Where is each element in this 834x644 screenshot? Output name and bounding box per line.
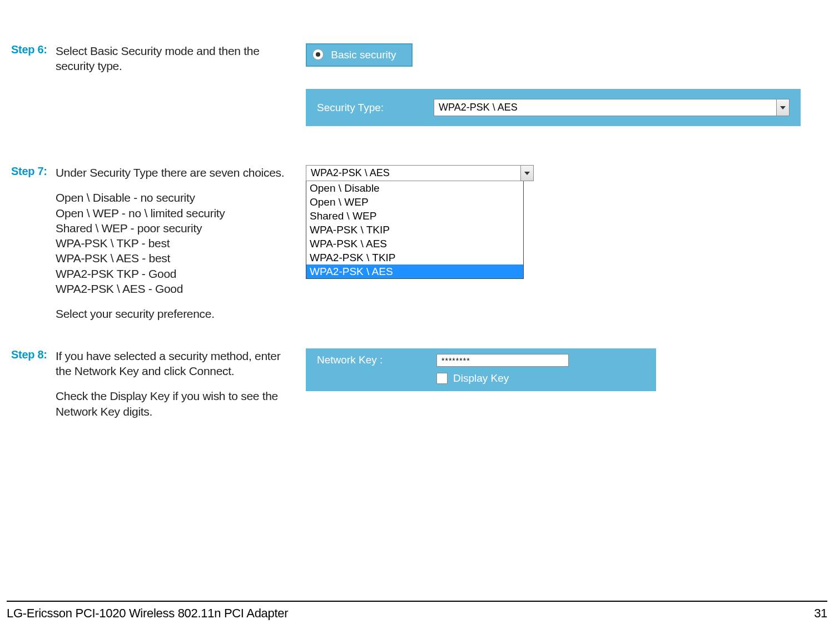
radio-selected-icon — [312, 49, 324, 60]
network-key-input[interactable]: ******** — [436, 354, 569, 367]
step-7-choice-3: Shared \ WEP - poor security — [56, 221, 295, 236]
step-7-choice-4: WPA-PSK \ TKP - best — [56, 236, 295, 251]
step-8-description-2: Check the Display Key if you wish to see… — [56, 388, 295, 419]
step-6-text: Select Basic Security mode and then the … — [56, 43, 295, 84]
page-footer: LG-Ericsson PCI-1020 Wireless 802.11n PC… — [7, 601, 827, 621]
display-key-checkbox[interactable] — [436, 373, 448, 384]
step-7-choice-5: WPA-PSK \ AES - best — [56, 251, 295, 266]
security-type-label: Security Type: — [317, 102, 434, 114]
step-7-choice-1: Open \ Disable - no security — [56, 190, 295, 205]
footer-page-number: 31 — [814, 606, 827, 621]
security-type-bar: Security Type: WPA2-PSK \ AES — [306, 89, 801, 126]
security-type-dropdown-value: WPA2-PSK \ AES — [434, 99, 776, 116]
step-7-text: Under Security Type there are seven choi… — [56, 165, 295, 332]
basic-security-label: Basic security — [331, 49, 396, 61]
chevron-down-icon — [776, 99, 789, 116]
security-type-option-list: Open \ Disable Open \ WEP Shared \ WEP W… — [306, 181, 524, 279]
security-type-open-dropdown[interactable]: WPA2-PSK \ AES — [306, 165, 534, 181]
step-8-text: If you have selected a security method, … — [56, 348, 295, 429]
step-7-outro: Select your security preference. — [56, 306, 295, 321]
display-key-label: Display Key — [453, 372, 509, 385]
step-8-label: Step 8: — [11, 348, 56, 361]
option-wpa-psk-tkip[interactable]: WPA-PSK \ TKIP — [306, 223, 523, 237]
step-7-illustration: WPA2-PSK \ AES Open \ Disable Open \ WEP… — [295, 165, 823, 279]
chevron-down-icon — [520, 166, 533, 181]
step-7-row: Step 7: Under Security Type there are se… — [11, 126, 823, 332]
step-8-row: Step 8: If you have selected a security … — [11, 332, 823, 429]
step-6-row: Step 6: Select Basic Security mode and t… — [11, 0, 823, 126]
security-type-open-dropdown-value: WPA2-PSK \ AES — [306, 166, 520, 181]
footer-product-name: LG-Ericsson PCI-1020 Wireless 802.11n PC… — [7, 606, 288, 621]
option-open-disable[interactable]: Open \ Disable — [306, 181, 523, 195]
basic-security-radio-box[interactable]: Basic security — [306, 43, 413, 67]
step-7-choice-2: Open \ WEP - no \ limited security — [56, 206, 295, 221]
option-wpa-psk-aes[interactable]: WPA-PSK \ AES — [306, 237, 523, 251]
step-8-illustration: Network Key : ******** Display Key — [295, 348, 823, 391]
option-wpa2-psk-tkip[interactable]: WPA2-PSK \ TKIP — [306, 251, 523, 264]
step-6-label: Step 6: — [11, 43, 56, 56]
step-7-label: Step 7: — [11, 165, 56, 178]
step-7-intro: Under Security Type there are seven choi… — [56, 165, 295, 180]
option-wpa2-psk-aes[interactable]: WPA2-PSK \ AES — [306, 264, 523, 278]
network-key-label: Network Key : — [317, 354, 436, 366]
security-type-dropdown[interactable]: WPA2-PSK \ AES — [434, 99, 790, 116]
step-8-description-1: If you have selected a security method, … — [56, 348, 295, 379]
step-7-choice-7: WPA2-PSK \ AES - Good — [56, 281, 295, 296]
step-6-description: Select Basic Security mode and then the … — [56, 43, 295, 74]
step-6-illustration: Basic security Security Type: WPA2-PSK \… — [295, 43, 823, 126]
step-7-choice-6: WPA2-PSK TKP - Good — [56, 266, 295, 281]
option-shared-wep[interactable]: Shared \ WEP — [306, 209, 523, 223]
option-open-wep[interactable]: Open \ WEP — [306, 195, 523, 209]
network-key-panel: Network Key : ******** Display Key — [306, 348, 656, 391]
